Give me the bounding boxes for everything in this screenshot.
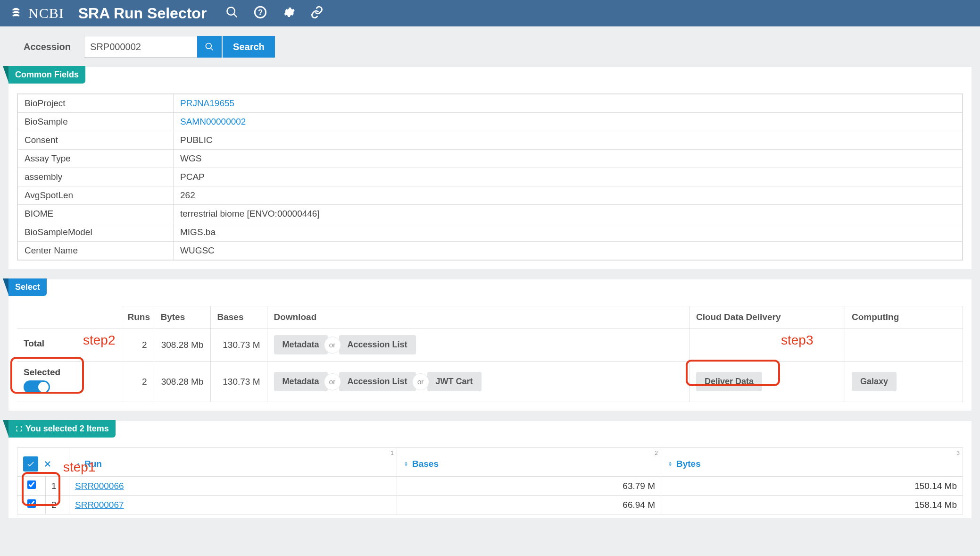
common-field-value[interactable]: SAMN00000002 [174, 113, 963, 131]
expand-icon [15, 425, 23, 432]
common-field-row: AvgSpotLen262 [18, 186, 963, 205]
selected-accession-list-button[interactable]: Accession List [339, 372, 416, 391]
col-bases: Bases [210, 306, 267, 329]
common-field-key: BIOME [18, 205, 174, 223]
common-field-row: BioProjectPRJNA19655 [18, 94, 963, 113]
select-tab: Select [8, 278, 47, 296]
table-row: 2SRR00006766.94 M158.14 Mb [17, 496, 963, 514]
row-checkbox[interactable] [27, 480, 36, 489]
svg-text:?: ? [258, 8, 263, 16]
common-field-row: BioSampleSAMN00000002 [18, 113, 963, 131]
common-field-key: AvgSpotLen [18, 186, 174, 205]
run-link[interactable]: SRR000067 [75, 500, 124, 510]
row-checkbox[interactable] [27, 499, 36, 508]
common-field-row: Center NameWUGSC [18, 242, 963, 260]
col-bytes[interactable]: Bytes 3 [661, 448, 963, 477]
row-bases: 66.94 M [397, 496, 661, 514]
ncbi-logo-icon [10, 6, 25, 20]
common-field-row: BioSampleModelMIGS.ba [18, 223, 963, 242]
table-row: 1SRR00006663.79 M150.14 Mb [17, 477, 963, 496]
total-accession-list-button[interactable]: Accession List [339, 335, 416, 354]
topbar: NCBI SRA Run Selector ? [0, 0, 980, 26]
common-field-value: terrestrial biome [ENVO:00000446] [174, 205, 963, 223]
selected-toggle[interactable] [24, 380, 50, 394]
jwt-cart-button[interactable]: JWT Cart [427, 372, 482, 391]
total-bases: 130.73 M [210, 329, 267, 362]
deliver-data-button[interactable]: Deliver Data [696, 372, 762, 391]
search-button[interactable]: Search [223, 36, 275, 58]
help-icon[interactable]: ? [254, 6, 267, 21]
common-field-key: Consent [18, 131, 174, 150]
runs-panel: You selected 2 Items Run 1 Bases [8, 421, 972, 518]
total-row: Total 2 308.28 Mb 130.73 M Metadata or A… [17, 329, 963, 362]
row-bases: 63.79 M [397, 477, 661, 496]
brand[interactable]: NCBI [10, 5, 64, 21]
accession-row: Accession Search [0, 26, 980, 67]
runs-table: Run 1 Bases 2 Bytes 3 1SRR00006663.79 M1… [17, 447, 963, 514]
annotation-step1-label: step1 [63, 460, 96, 475]
selected-label: Selected [24, 367, 114, 378]
accession-search-icon-button[interactable] [197, 36, 222, 58]
common-fields-panel: Common Fields BioProjectPRJNA19655BioSam… [8, 67, 972, 269]
common-fields-tab: Common Fields [8, 66, 85, 84]
sort-icon [667, 459, 676, 469]
common-field-link[interactable]: SAMN00000002 [180, 117, 246, 126]
or-label: or [324, 337, 341, 354]
common-field-key: Center Name [18, 242, 174, 260]
col-run[interactable]: Run 1 [69, 448, 397, 477]
common-field-link[interactable]: PRJNA19655 [180, 98, 234, 108]
galaxy-button[interactable]: Galaxy [852, 372, 897, 391]
common-fields-table: BioProjectPRJNA19655BioSampleSAMN0000000… [17, 94, 963, 260]
common-field-value: MIGS.ba [174, 223, 963, 242]
common-field-row: assemblyPCAP [18, 168, 963, 186]
common-field-key: BioProject [18, 94, 174, 113]
run-link[interactable]: SRR000066 [75, 481, 124, 491]
brand-text: NCBI [28, 5, 64, 21]
gear-icon[interactable] [282, 6, 295, 21]
common-field-key: BioSampleModel [18, 223, 174, 242]
common-fields-scroll[interactable]: BioProjectPRJNA19655BioSampleSAMN0000000… [17, 93, 963, 261]
common-field-value: WGS [174, 150, 963, 168]
selected-bases: 130.73 M [210, 362, 267, 402]
row-bytes: 150.14 Mb [661, 477, 963, 496]
total-runs: 2 [121, 329, 154, 362]
row-index: 2 [46, 496, 69, 514]
common-field-row: ConsentPUBLIC [18, 131, 963, 150]
selected-bytes: 308.28 Mb [154, 362, 210, 402]
common-field-value: PUBLIC [174, 131, 963, 150]
common-field-value[interactable]: PRJNA19655 [174, 94, 963, 113]
col-bytes: Bytes [154, 306, 210, 329]
link-icon[interactable] [310, 6, 324, 21]
common-field-row: BIOMEterrestrial biome [ENVO:00000446] [18, 205, 963, 223]
common-field-value: 262 [174, 186, 963, 205]
select-all-button[interactable] [23, 456, 38, 472]
accession-input[interactable] [84, 36, 197, 58]
common-field-key: BioSample [18, 113, 174, 131]
annotation-step2-label: step2 [83, 333, 116, 348]
deselect-all-button[interactable] [43, 460, 52, 468]
common-field-value: WUGSC [174, 242, 963, 260]
app-title: SRA Run Selector [78, 5, 207, 22]
total-bytes: 308.28 Mb [154, 329, 210, 362]
common-field-key: Assay Type [18, 150, 174, 168]
row-bytes: 158.14 Mb [661, 496, 963, 514]
search-icon[interactable] [225, 6, 239, 21]
or-label: or [324, 373, 341, 390]
select-panel: Select Runs Bytes Bases Download Cloud D… [8, 279, 972, 411]
runs-tab: You selected 2 Items [8, 420, 116, 438]
accession-label: Accession [24, 42, 71, 52]
col-cloud: Cloud Data Delivery [689, 306, 845, 329]
common-field-row: Assay TypeWGS [18, 150, 963, 168]
common-field-value: PCAP [174, 168, 963, 186]
row-index: 1 [46, 477, 69, 496]
selected-metadata-button[interactable]: Metadata [274, 372, 328, 391]
total-metadata-button[interactable]: Metadata [274, 335, 328, 354]
selected-row: Selected 2 308.28 Mb 130.73 M Metadata o… [17, 362, 963, 402]
col-runs: Runs [121, 306, 154, 329]
annotation-step3-label: step3 [781, 333, 814, 348]
col-download: Download [267, 306, 689, 329]
col-bases[interactable]: Bases 2 [397, 448, 661, 477]
common-field-key: assembly [18, 168, 174, 186]
select-summary-table: Runs Bytes Bases Download Cloud Data Del… [17, 306, 963, 402]
or-label: or [412, 373, 429, 390]
